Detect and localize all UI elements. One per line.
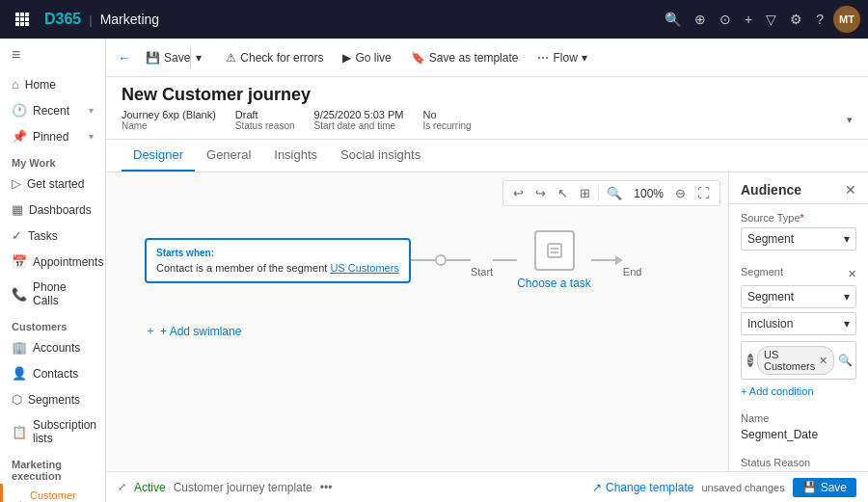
sidebar-item-label: Contacts [33, 367, 78, 381]
name-label: Name [741, 412, 856, 424]
tab-insights[interactable]: Insights [262, 140, 329, 172]
zoom-out-icon[interactable]: ⊖ [671, 184, 690, 202]
segment-tag: US Customers ✕ [757, 346, 834, 375]
sidebar: ≡ ⌂ Home 🕐 Recent ▾ 📌 Pinned ▾ My Work ▷… [0, 39, 106, 502]
sidebar-item-get-started[interactable]: ▷ Get started [0, 171, 105, 197]
flow-button[interactable]: ⋯ Flow ▾ [529, 46, 595, 69]
end-label: End [623, 266, 642, 277]
start-node[interactable]: Starts when: Contact is a member of the … [145, 238, 411, 283]
expand-header-icon[interactable]: ▾ [847, 114, 853, 126]
tab-general[interactable]: General [195, 140, 262, 172]
save-bottom-icon: 💾 [802, 481, 817, 494]
change-template-button[interactable]: ↗ Change template [592, 481, 693, 494]
cursor-icon[interactable]: ↖ [554, 184, 572, 202]
sidebar-item-pinned[interactable]: 📌 Pinned ▾ [0, 123, 105, 149]
task-node[interactable] [534, 230, 575, 271]
svg-rect-2 [25, 13, 29, 16]
sidebar-item-label: Tasks [28, 229, 58, 243]
section-customers: Customers [0, 313, 105, 334]
recent-apps-icon[interactable]: ⊕ [691, 8, 710, 31]
redo-icon[interactable]: ↪ [531, 184, 550, 202]
segment-dropdown[interactable]: Segment ▾ [741, 285, 856, 308]
save-template-button[interactable]: 🔖 Save as template [402, 46, 528, 69]
template-icon: 🔖 [411, 51, 425, 65]
settings-icon[interactable]: ⚙ [786, 8, 806, 31]
location-icon[interactable]: ⊙ [716, 8, 735, 31]
section-mywork: My Work [0, 149, 105, 171]
sidebar-item-label: Dashboards [29, 203, 92, 217]
bottom-bar-right: ↗ Change template unsaved changes 💾 Save [592, 478, 856, 497]
sidebar-item-dashboards[interactable]: ▦ Dashboards [0, 197, 105, 223]
go-live-button[interactable]: ▶ Go live [334, 46, 399, 69]
phone-icon: 📞 [12, 287, 27, 302]
sidebar-item-subscription-lists[interactable]: 📋 Subscription lists [0, 412, 105, 451]
svg-rect-3 [15, 17, 19, 21]
zoom-in-icon[interactable]: 🔍 [603, 184, 626, 202]
source-type-select[interactable]: Segment ▾ [741, 227, 856, 251]
inclusion-dropdown[interactable]: Inclusion ▾ [741, 312, 856, 335]
undo-icon[interactable]: ↩ [509, 184, 528, 202]
sidebar-item-home[interactable]: ⌂ Home [0, 71, 105, 97]
svg-rect-8 [25, 22, 29, 26]
journey-icon: → [12, 494, 24, 503]
play-icon: ▷ [12, 176, 21, 191]
search-segment-icon[interactable]: 🔍 [838, 354, 853, 367]
help-icon[interactable]: ? [812, 8, 827, 31]
sidebar-item-appointments[interactable]: 📅 Appointments [0, 249, 105, 275]
topbar: D365 | Marketing 🔍 ⊕ ⊙ + ▽ ⚙ ? MT [0, 0, 868, 39]
main-content: ← 💾 Save ▾ ⚠ Check for errors ▶ Go live … [106, 39, 868, 502]
template-menu-icon[interactable]: ••• [320, 481, 333, 494]
svg-rect-9 [548, 244, 561, 257]
sidebar-item-contacts[interactable]: 👤 Contacts [0, 360, 105, 386]
name-value: Segment_Date [741, 428, 856, 441]
bottom-bar-left: ⤢ Active Customer journey template ••• [118, 481, 332, 494]
meta-name-value: Journey 6xp (Blank) [122, 109, 216, 120]
add-swimlane-button[interactable]: ＋ + Add swimlane [125, 311, 709, 351]
user-avatar[interactable]: MT [833, 6, 860, 33]
app-layout: ≡ ⌂ Home 🕐 Recent ▾ 📌 Pinned ▾ My Work ▷… [0, 39, 868, 502]
tag-remove-icon[interactable]: ✕ [819, 355, 827, 367]
sidebar-item-phone-calls[interactable]: 📞 Phone Calls [0, 275, 105, 313]
sidebar-toggle[interactable]: ≡ [0, 39, 105, 71]
back-button[interactable]: ← [118, 50, 131, 66]
toolbar: ← 💾 Save ▾ ⚠ Check for errors ▶ Go live … [106, 39, 868, 77]
add-icon[interactable]: + [741, 8, 756, 31]
accounts-icon: 🏢 [12, 340, 27, 355]
search-icon[interactable]: 🔍 [661, 8, 685, 31]
connector-3 [591, 255, 623, 265]
sidebar-item-label: Home [25, 78, 56, 92]
grid-icon[interactable]: ⊞ [576, 184, 594, 202]
sidebar-item-label: Customer journeys [30, 489, 94, 502]
waffle-icon[interactable] [8, 5, 37, 34]
segment-close-icon[interactable]: ✕ [848, 268, 856, 280]
meta-name: Journey 6xp (Blank) Name [122, 109, 216, 131]
sidebar-item-accounts[interactable]: 🏢 Accounts [0, 334, 105, 360]
add-icon: ＋ [145, 323, 156, 339]
source-type-label: Source Type [741, 212, 856, 224]
sidebar-item-label: Segments [28, 393, 80, 407]
save-bottom-button[interactable]: 💾 Save [793, 478, 856, 497]
sidebar-item-customer-journeys[interactable]: → Customer journeys [0, 484, 105, 502]
save-dropdown-arrow[interactable]: ▾ [190, 47, 206, 68]
bottom-bar: ⤢ Active Customer journey template ••• ↗… [106, 471, 868, 502]
sidebar-item-label: Subscription lists [33, 418, 96, 445]
svg-rect-6 [15, 22, 19, 26]
meta-date: 9/25/2020 5:03 PM Start date and time [314, 109, 404, 131]
tab-designer[interactable]: Designer [122, 140, 195, 172]
sidebar-item-tasks[interactable]: ✓ Tasks [0, 223, 105, 249]
check-errors-button[interactable]: ⚠ Check for errors [217, 46, 332, 69]
filter-icon[interactable]: ▽ [762, 8, 780, 31]
sidebar-item-recent[interactable]: 🕐 Recent ▾ [0, 97, 105, 123]
tab-social-insights[interactable]: Social insights [329, 140, 432, 172]
segment-label: Segment [741, 266, 783, 277]
choose-task-link[interactable]: Choose a task [517, 277, 591, 290]
expand-icon[interactable]: ⤢ [118, 481, 126, 493]
segment-link[interactable]: US Customers [330, 262, 399, 274]
add-condition-link[interactable]: + Add condition [741, 385, 856, 397]
close-icon[interactable]: ✕ [845, 182, 856, 198]
save-button[interactable]: 💾 Save ▾ [137, 42, 215, 73]
sidebar-item-segments[interactable]: ⬡ Segments [0, 386, 105, 412]
check-icon: ⚠ [226, 51, 236, 65]
fullscreen-icon[interactable]: ⛶ [693, 184, 714, 202]
svg-rect-4 [20, 17, 24, 21]
